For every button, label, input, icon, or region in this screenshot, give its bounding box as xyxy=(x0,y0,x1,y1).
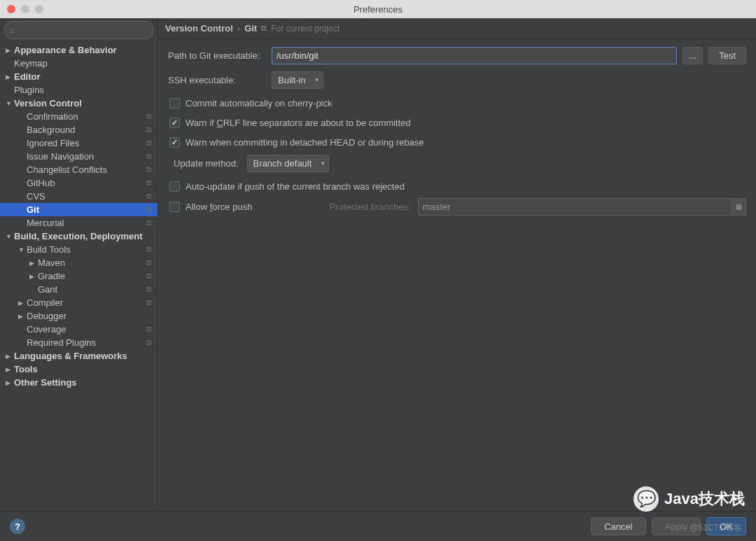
sidebar-item-maven[interactable]: ▶Maven⧉ xyxy=(0,256,158,269)
auto-update-label: Auto-update if push of the current branc… xyxy=(186,181,405,192)
window-title: Preferences xyxy=(354,4,402,15)
chevron-right-icon: ▶ xyxy=(6,366,14,373)
project-scope-icon: ⧉ xyxy=(146,178,152,188)
sidebar-item-label: Languages & Frameworks xyxy=(14,351,127,361)
sidebar-item-label: Mercurial xyxy=(27,218,64,228)
sidebar-item-label: Gant xyxy=(38,284,57,295)
sidebar-item-keymap[interactable]: Keymap xyxy=(0,57,158,70)
chevron-right-icon: ▶ xyxy=(6,379,14,386)
sidebar-item-gant[interactable]: Gant⧉ xyxy=(0,283,158,296)
breadcrumb-parent[interactable]: Version Control xyxy=(165,23,233,34)
warn-crlf-checkbox[interactable] xyxy=(169,118,180,128)
sidebar-item-label: Gradle xyxy=(38,271,65,281)
sidebar-item-version-control[interactable]: ▼Version Control xyxy=(0,97,158,110)
sidebar-item-mercurial[interactable]: Mercurial⧉ xyxy=(0,216,158,230)
footer: ? Cancel Apply OK xyxy=(0,511,756,541)
sidebar-item-build-execution-deployment[interactable]: ▼Build, Execution, Deployment xyxy=(0,230,158,243)
sidebar-item-label: Required Plugins xyxy=(27,337,96,348)
project-scope-icon: ⧉ xyxy=(146,258,152,267)
sidebar-item-build-tools[interactable]: ▼Build Tools⧉ xyxy=(0,243,158,256)
sidebar-item-debugger[interactable]: ▶Debugger xyxy=(0,309,158,323)
sidebar-item-required-plugins[interactable]: Required Plugins⧉ xyxy=(0,336,158,349)
sidebar-item-other-settings[interactable]: ▶Other Settings xyxy=(0,376,158,389)
sidebar-item-label: Editor xyxy=(14,71,41,82)
minimize-window-button[interactable] xyxy=(21,5,29,13)
expand-field-button[interactable]: ⊞ xyxy=(732,198,746,216)
git-path-label: Path to Git executable: xyxy=(168,50,272,61)
sidebar-item-label: Tools xyxy=(14,364,38,374)
sidebar-item-github[interactable]: GitHub⧉ xyxy=(0,176,158,190)
close-window-button[interactable] xyxy=(7,5,15,13)
chevron-down-icon: ▼ xyxy=(310,77,320,83)
chevron-down-icon: ▼ xyxy=(6,233,14,240)
help-button[interactable]: ? xyxy=(10,519,25,534)
warn-crlf-label: Warn if CRLF line separators are about t… xyxy=(186,118,411,128)
project-scope-icon: ⧉ xyxy=(146,272,152,281)
sidebar-item-label: Maven xyxy=(38,258,65,268)
sidebar-item-tools[interactable]: ▶Tools xyxy=(0,363,158,376)
project-scope-icon: ⧉ xyxy=(146,165,152,174)
sidebar-item-background[interactable]: Background⧉ xyxy=(0,123,158,136)
sidebar-item-coverage[interactable]: Coverage⧉ xyxy=(0,323,158,336)
sidebar-item-issue-navigation[interactable]: Issue Navigation⧉ xyxy=(0,150,158,163)
protected-branches-label: Protected branches: xyxy=(329,202,410,212)
git-settings-form: Path to Git executable: ... Test SSH exe… xyxy=(158,39,756,227)
test-button[interactable]: Test xyxy=(708,47,746,64)
project-scope-icon: ⧉ xyxy=(146,298,152,307)
project-scope-icon: ⧉ xyxy=(146,218,152,227)
cancel-button[interactable]: Cancel xyxy=(591,517,645,535)
sidebar-item-label: Plugins xyxy=(14,85,44,95)
sidebar-item-editor[interactable]: ▶Editor xyxy=(0,70,158,83)
sidebar-item-label: Build Tools xyxy=(27,244,71,255)
update-method-value: Branch default xyxy=(253,158,312,169)
protected-branches-input[interactable] xyxy=(418,198,732,216)
breadcrumb-current: Git xyxy=(244,23,257,34)
project-scope-icon: ⧉ xyxy=(146,112,152,121)
ssh-exec-dropdown[interactable]: Built-in ▼ xyxy=(272,71,323,89)
watermark-sub: @51CTO博客 xyxy=(690,522,742,534)
zoom-window-button[interactable] xyxy=(35,5,43,13)
sidebar-item-appearance-behavior[interactable]: ▶Appearance & Behavior xyxy=(0,43,158,57)
force-push-checkbox[interactable] xyxy=(169,202,180,212)
watermark-text: Java技术栈 xyxy=(664,489,745,510)
project-scope-icon: ⧉ xyxy=(146,192,152,201)
sidebar-item-ignored-files[interactable]: Ignored Files⧉ xyxy=(0,136,158,150)
browse-button[interactable]: ... xyxy=(682,47,703,64)
sidebar-item-label: Ignored Files xyxy=(27,138,79,148)
sidebar-item-label: Version Control xyxy=(14,98,82,108)
sidebar-item-label: Appearance & Behavior xyxy=(14,45,117,55)
commit-cherry-checkbox[interactable] xyxy=(169,98,180,108)
project-scope-icon: ⧉ xyxy=(146,338,152,347)
sidebar-item-label: GitHub xyxy=(27,178,55,188)
sidebar-item-compiler[interactable]: ▶Compiler⧉ xyxy=(0,296,158,309)
sidebar-item-changelist-conflicts[interactable]: Changelist Conflicts⧉ xyxy=(0,163,158,176)
breadcrumb: Version Control › Git ⧉ For current proj… xyxy=(158,18,756,39)
sidebar-item-plugins[interactable]: Plugins xyxy=(0,83,158,97)
sidebar-item-confirmation[interactable]: Confirmation⧉ xyxy=(0,110,158,123)
sidebar-item-gradle[interactable]: ▶Gradle⧉ xyxy=(0,269,158,283)
search-input[interactable] xyxy=(4,21,153,39)
chevron-down-icon: ▼ xyxy=(6,100,14,107)
git-path-input[interactable] xyxy=(272,47,677,64)
warn-detached-checkbox[interactable] xyxy=(169,137,180,148)
project-scope-icon: ⧉ xyxy=(261,24,267,33)
warn-detached-label: Warn when committing in detached HEAD or… xyxy=(186,137,424,148)
sidebar-item-languages-frameworks[interactable]: ▶Languages & Frameworks xyxy=(0,349,158,363)
sidebar: ⌕ ▶Appearance & BehaviorKeymap▶EditorPlu… xyxy=(0,18,158,511)
sidebar-item-label: Confirmation xyxy=(27,111,78,122)
watermark-icon: 💬 xyxy=(634,486,659,512)
update-method-dropdown[interactable]: Branch default ▼ xyxy=(247,155,330,172)
titlebar: Preferences xyxy=(0,0,756,18)
chevron-right-icon: ▶ xyxy=(18,313,27,320)
sidebar-item-label: Build, Execution, Deployment xyxy=(14,231,142,241)
sidebar-item-cvs[interactable]: CVS⧉ xyxy=(0,190,158,203)
project-scope-icon: ⧉ xyxy=(146,125,152,134)
sidebar-item-git[interactable]: Git⧉ xyxy=(0,203,158,216)
chevron-right-icon: ▶ xyxy=(6,353,14,360)
sidebar-item-label: Issue Navigation xyxy=(27,151,94,162)
breadcrumb-hint: For current project xyxy=(271,24,340,34)
auto-update-checkbox[interactable] xyxy=(169,181,180,192)
project-scope-icon: ⧉ xyxy=(146,152,152,161)
traffic-lights xyxy=(7,5,43,13)
sidebar-item-label: Keymap xyxy=(14,58,48,69)
